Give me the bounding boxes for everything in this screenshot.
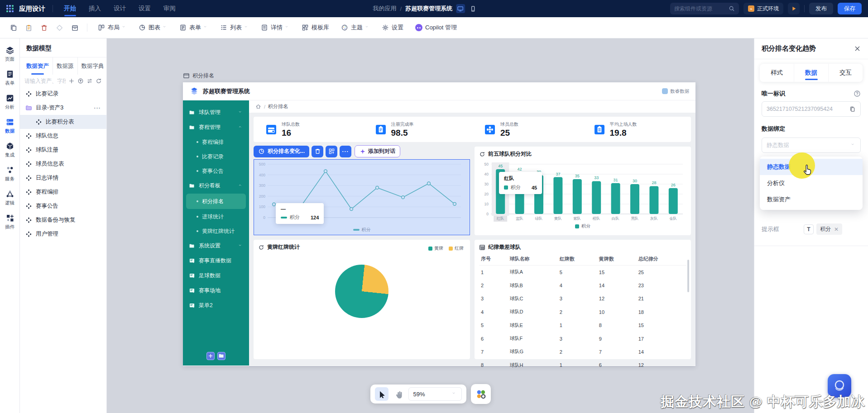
- env-button[interactable]: ⌁ 正式环境: [743, 3, 783, 14]
- design-canvas[interactable]: 积分排名 苏超联赛管理系统 数睿数据 球队管理赛程管理赛程编排比赛记录赛事公告积…: [107, 38, 754, 413]
- table-card[interactable]: 纪律最差球队 序号球队名称红牌数黄牌数总纪律分1球队A515252球队B4142…: [475, 240, 691, 359]
- dash-menu-比赛记录[interactable]: 比赛记录: [183, 149, 249, 164]
- tooltip-tag[interactable]: 积分 ✕: [816, 223, 842, 235]
- help-icon[interactable]: [854, 90, 861, 97]
- component-search-input[interactable]: [674, 5, 726, 12]
- toolbar-group-主题[interactable]: 主题: [336, 21, 375, 34]
- toolbar-group-图表[interactable]: 图表: [134, 21, 173, 34]
- binding-option-数据资产[interactable]: 数据资产: [760, 191, 863, 208]
- data-panel-tab-数据资产[interactable]: 数据资产: [23, 57, 53, 75]
- dash-menu-菜单2[interactable]: 菜单2: [183, 298, 249, 313]
- binding-option-静态数据[interactable]: 静态数据: [760, 159, 863, 175]
- table-scrollbar[interactable]: [687, 260, 689, 292]
- dash-menu-球队管理[interactable]: 球队管理: [183, 105, 249, 120]
- publish-button[interactable]: 发布: [809, 3, 833, 14]
- app-switcher-button[interactable]: [471, 384, 491, 404]
- toolbar-group-设置[interactable]: 设置: [377, 21, 408, 34]
- table-row[interactable]: 3球队C31221: [479, 292, 686, 305]
- toolbar-group-布局[interactable]: 布局: [93, 21, 132, 34]
- data-binding-select[interactable]: 静态数据: [762, 138, 861, 153]
- more-icon[interactable]: ···: [94, 105, 101, 111]
- preview-button[interactable]: [788, 3, 800, 14]
- tree-item-数据备份与恢复[interactable]: 数据备份与恢复: [20, 213, 106, 227]
- properties-tab-数据[interactable]: 数据: [794, 64, 828, 82]
- search-icon[interactable]: [729, 5, 735, 12]
- tree-item-比赛积分表[interactable]: 比赛积分表: [20, 115, 106, 129]
- rail-item-表单[interactable]: 表单: [0, 66, 19, 90]
- properties-tab-交互[interactable]: 交互: [828, 64, 863, 82]
- mobile-view-icon[interactable]: [469, 4, 478, 13]
- unique-id-field[interactable]: 365217107521237095424: [762, 101, 861, 117]
- toolbar-group-模板库[interactable]: 模板库: [297, 21, 334, 34]
- dash-menu-赛事直播数据[interactable]: 赛事直播数据: [183, 253, 249, 268]
- dash-menu-赛事公告[interactable]: 赛事公告: [183, 164, 249, 178]
- line-chart-widget[interactable]: 5004003002001000 —积分124 积分: [254, 159, 470, 235]
- refresh-icon[interactable]: [96, 78, 102, 84]
- tree-item-球员信息表[interactable]: 球员信息表: [20, 157, 106, 171]
- table-row[interactable]: 6球队F3917: [479, 332, 686, 345]
- dash-menu-黄牌红牌统计[interactable]: 黄牌红牌统计: [183, 224, 249, 238]
- table-row[interactable]: 4球队D21018: [479, 305, 686, 318]
- rail-item-逻辑[interactable]: 逻辑: [0, 186, 19, 210]
- data-panel-tab-数据源[interactable]: 数据源: [53, 57, 77, 75]
- rail-item-集成[interactable]: 集成: [0, 138, 19, 162]
- tree-item-赛事公告[interactable]: 赛事公告: [20, 199, 106, 213]
- dash-menu-进球统计[interactable]: 进球统计: [183, 209, 249, 224]
- bar-chart-card[interactable]: 前五球队积分对比 0102030405045红队42蓝队39绿队37黄队35紫队…: [475, 147, 691, 235]
- tree-item-球队注册[interactable]: 球队注册: [20, 143, 106, 157]
- add-asset-icon[interactable]: [68, 78, 75, 84]
- data-panel-tab-数据字典[interactable]: 数据字典: [77, 57, 108, 75]
- save-button[interactable]: 保存: [838, 3, 862, 14]
- paste-icon[interactable]: [22, 21, 35, 34]
- zoom-level-select[interactable]: 59%: [408, 387, 462, 401]
- tree-item-日志详情[interactable]: 日志详情: [20, 171, 106, 185]
- table-row[interactable]: 1球队A51525: [479, 266, 686, 279]
- component-search[interactable]: [670, 3, 739, 14]
- dash-menu-赛程管理[interactable]: 赛程管理: [183, 120, 249, 135]
- toolbar-group-列表[interactable]: 列表: [215, 21, 254, 34]
- app-logo-icon[interactable]: [6, 5, 14, 12]
- pie-chart-card[interactable]: 黄牌红牌统计 黄牌红牌: [254, 240, 470, 359]
- tree-item-目录-资产3[interactable]: 目录-资产3···: [20, 101, 106, 115]
- shape-icon[interactable]: [53, 21, 66, 34]
- pan-tool-button[interactable]: [394, 389, 403, 399]
- home-icon[interactable]: [255, 104, 261, 109]
- rail-item-分析[interactable]: 分析: [0, 90, 19, 114]
- remove-tag-icon[interactable]: ✕: [834, 226, 839, 233]
- nav-menu-设置[interactable]: 设置: [139, 0, 151, 17]
- select-tool-button[interactable]: [375, 387, 388, 401]
- nav-menu-设计[interactable]: 设计: [114, 0, 126, 17]
- copy-icon[interactable]: [849, 106, 856, 113]
- canvas-page-tab[interactable]: 积分排名: [183, 72, 214, 80]
- dash-menu-系统设置[interactable]: 系统设置: [183, 238, 249, 253]
- asset-search-input[interactable]: [24, 78, 66, 84]
- more-actions-button[interactable]: ···: [340, 146, 351, 157]
- properties-tab-样式[interactable]: 样式: [760, 64, 794, 82]
- add-menu-button[interactable]: +: [206, 352, 215, 360]
- rail-item-页面[interactable]: 页面: [0, 42, 19, 66]
- asset-search[interactable]: [24, 78, 102, 84]
- breadcrumb-my-apps[interactable]: 我的应用: [373, 5, 397, 13]
- rail-item-插件[interactable]: 插件: [0, 210, 19, 234]
- table-row[interactable]: 5球队E1815: [479, 319, 686, 332]
- archive-icon[interactable]: [68, 21, 82, 34]
- dash-menu-赛事场地[interactable]: 赛事场地: [183, 283, 249, 298]
- toolbar-group-详情[interactable]: 详情: [256, 21, 295, 34]
- nav-menu-插入[interactable]: 插入: [89, 0, 101, 17]
- tree-item-赛程编排[interactable]: 赛程编排: [20, 185, 106, 199]
- widget-title-button[interactable]: 积分排名变化...: [254, 146, 309, 157]
- folder-menu-button[interactable]: [217, 352, 225, 360]
- table-row[interactable]: 7球队G2714: [479, 345, 686, 358]
- delete-widget-button[interactable]: [312, 146, 323, 157]
- dash-menu-足球数据[interactable]: 足球数据: [183, 268, 249, 283]
- toolbar-group-表单[interactable]: 表单: [174, 21, 213, 34]
- tree-item-球队信息[interactable]: 球队信息: [20, 129, 106, 143]
- rail-item-服务[interactable]: 服务: [0, 162, 19, 186]
- add-to-chat-button[interactable]: 添加到对话: [355, 145, 400, 157]
- nav-menu-审阅[interactable]: 审阅: [163, 0, 176, 17]
- nav-menu-开始[interactable]: 开始: [64, 0, 76, 17]
- tree-item-用户管理[interactable]: 用户管理: [20, 227, 106, 241]
- close-icon[interactable]: [854, 45, 861, 52]
- binding-option-分析仪[interactable]: 分析仪: [760, 175, 863, 191]
- dash-menu-积分排名[interactable]: 积分排名: [186, 194, 246, 209]
